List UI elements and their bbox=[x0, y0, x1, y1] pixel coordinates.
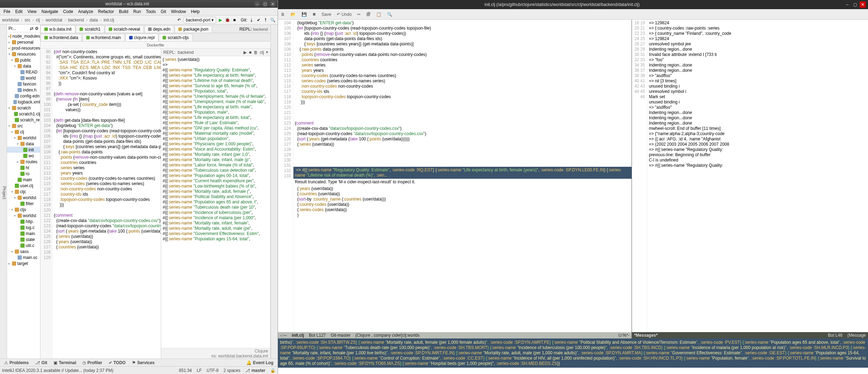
menu-git[interactable]: Git bbox=[159, 8, 168, 15]
tab-todo[interactable]: ✔ TODO bbox=[106, 360, 128, 366]
crumb-4[interactable]: backend bbox=[68, 18, 84, 23]
menu-view[interactable]: View bbox=[25, 8, 39, 15]
repl-clear-icon[interactable]: 🗑 bbox=[254, 50, 258, 55]
tree-node[interactable]: main.sc bbox=[7, 254, 40, 260]
em-code-after[interactable]: (:years (user/data)) (:countries (user/d… bbox=[293, 185, 632, 332]
tree-node[interactable]: ▾worldst bbox=[7, 195, 40, 201]
tree-node[interactable]: ▾scratch bbox=[7, 105, 40, 111]
editor-tab[interactable]: clojure.repl bbox=[125, 34, 159, 41]
tree-node[interactable]: world bbox=[7, 75, 40, 81]
tree-node[interactable]: ro bbox=[7, 171, 40, 177]
tree-node[interactable]: ▾src bbox=[7, 123, 40, 129]
menu-analyze[interactable]: Analyze bbox=[76, 8, 95, 15]
editor-tab[interactable]: scratch-reveal bbox=[105, 25, 144, 33]
repl-stop-icon[interactable]: ■ bbox=[249, 50, 251, 55]
event-log-button[interactable]: 🔔 Event Log bbox=[243, 360, 276, 366]
tab-profiler[interactable]: ◷ Profiler bbox=[80, 360, 105, 366]
editor-left[interactable]: 90 91 92 93 94 95 96 97 98 99 100 101 10… bbox=[40, 49, 161, 359]
editor-tab[interactable]: w.frontend.main bbox=[82, 34, 125, 41]
run-icon[interactable]: ▶ bbox=[217, 17, 223, 23]
em-maximize-icon[interactable]: ▢ bbox=[852, 1, 858, 8]
tree-node[interactable]: state bbox=[7, 236, 40, 242]
repl-value[interactable]: backend bbox=[178, 50, 194, 55]
menu-file[interactable]: File bbox=[1, 8, 12, 15]
tree-node[interactable]: http. bbox=[7, 218, 40, 224]
save-icon[interactable]: 💾 bbox=[302, 12, 307, 17]
maximize-icon[interactable]: ▢ bbox=[262, 1, 268, 7]
tree-node[interactable]: scratch1.clj bbox=[7, 111, 40, 117]
editor-tab[interactable]: scratch-cljs bbox=[159, 34, 192, 41]
tree-node[interactable]: init bbox=[7, 147, 40, 153]
project-tree[interactable]: ▸node_modules▸personal▸prod-resources▾re… bbox=[7, 32, 40, 359]
em-code-main[interactable]: (log/debug "ENTER get-data") (let [topoj… bbox=[293, 20, 632, 167]
tree-node[interactable]: ▾worldst bbox=[7, 213, 40, 218]
menu-window[interactable]: Window bbox=[169, 8, 188, 15]
tree-node[interactable]: ▸target bbox=[7, 260, 40, 266]
status-indent[interactable]: 2 spaces bbox=[223, 368, 240, 373]
tree-node[interactable]: ▾data bbox=[7, 63, 40, 69]
close-icon[interactable]: ✖ bbox=[312, 12, 316, 17]
menu-help[interactable]: Help bbox=[189, 8, 202, 15]
crumb-2[interactable]: clj bbox=[36, 18, 40, 23]
tab-services[interactable]: ⚑ Services bbox=[129, 360, 157, 366]
git-commit-icon[interactable]: ✔ bbox=[256, 17, 261, 23]
em-messages[interactable]: => 129824 => {:country-codes :raw-points… bbox=[647, 20, 868, 332]
cut-icon[interactable]: ✂ bbox=[357, 12, 361, 17]
em-modeline-left[interactable]: -:--- init.clj Bot L127 Git-master (Cloj… bbox=[278, 332, 632, 338]
search-everywhere-icon[interactable]: 🔍 bbox=[270, 17, 275, 23]
status-caret-pos[interactable]: 851:34 bbox=[179, 368, 192, 373]
tree-node[interactable]: config.edn bbox=[7, 93, 40, 99]
tree-node[interactable]: util.c bbox=[7, 242, 40, 248]
menu-build[interactable]: Build bbox=[117, 8, 131, 15]
editor-tab[interactable]: package.json bbox=[175, 25, 212, 33]
editor-tab[interactable]: scratch1 bbox=[76, 25, 104, 33]
git-pull-icon[interactable]: ⭳ bbox=[249, 17, 254, 23]
tree-node[interactable]: index.h bbox=[7, 87, 40, 93]
editor-tab[interactable]: deps.edn bbox=[144, 25, 174, 33]
editor-tab[interactable]: w.b.data.init bbox=[40, 25, 75, 33]
crumb-6[interactable]: init.clj bbox=[103, 18, 114, 23]
paste-icon[interactable]: 📋 bbox=[376, 12, 381, 17]
menu-run[interactable]: Run bbox=[131, 8, 143, 15]
tree-node[interactable]: ▸prod-resources bbox=[7, 45, 40, 51]
sidebar-title[interactable]: Pr... bbox=[8, 26, 16, 31]
back-icon[interactable]: ↶ bbox=[176, 17, 182, 23]
tree-node[interactable]: ▾cljs bbox=[7, 207, 40, 213]
editor-right[interactable]: REPL: backend ▶ ■ 🗑 clj▾ (:series (user/… bbox=[161, 49, 271, 359]
tab-problems[interactable]: ⚠ Problems bbox=[1, 360, 32, 366]
ij-titlebar[interactable]: worldstat – w.b.data.init – ▢ ✕ bbox=[0, 0, 278, 8]
copy-icon[interactable]: 🗐 bbox=[366, 12, 370, 17]
tree-node[interactable]: ▸routes bbox=[7, 159, 40, 165]
tree-node[interactable]: ▾sass bbox=[7, 248, 40, 254]
search-icon[interactable]: 🔍 bbox=[387, 12, 392, 17]
tree-node[interactable]: filter bbox=[7, 201, 40, 207]
repl-run-icon[interactable]: ▶ bbox=[243, 50, 247, 55]
collapse-icon[interactable]: ⇄ bbox=[30, 26, 33, 31]
project-tool-button[interactable]: Project bbox=[2, 186, 7, 199]
tree-node[interactable]: logback.xml bbox=[7, 99, 40, 105]
tree-node[interactable]: main. bbox=[7, 230, 40, 236]
crumb-0[interactable]: worldstat bbox=[2, 18, 19, 23]
tree-node[interactable]: ▾data bbox=[7, 141, 40, 147]
save-label[interactable]: Save bbox=[322, 12, 331, 17]
tree-node[interactable]: ▾clj bbox=[7, 129, 40, 135]
tree-node[interactable]: ▸node_modules bbox=[7, 33, 40, 39]
tree-node[interactable]: ht bbox=[7, 165, 40, 171]
tree-node[interactable]: ▾cljc bbox=[7, 189, 40, 195]
tree-node[interactable]: wo bbox=[7, 153, 40, 159]
tab-git[interactable]: ⎇ Git bbox=[32, 360, 50, 366]
editor-tab[interactable]: w.frontend.data bbox=[40, 34, 82, 41]
status-update-msg[interactable]: IntelliJ IDEA 2020.3.1 available // Upda… bbox=[2, 368, 113, 373]
tree-node[interactable]: user.clj bbox=[7, 183, 40, 189]
tree-node[interactable]: ▾resources bbox=[7, 51, 40, 57]
repl-ns-combo[interactable]: clj bbox=[260, 50, 264, 55]
stop-icon[interactable]: ■ bbox=[232, 17, 237, 23]
code-left[interactable]: (def non-country-codes #{"cm">; Continen… bbox=[52, 49, 161, 359]
em-modeline-right[interactable]: *Messages* Bot L46 (Message bbox=[632, 332, 868, 338]
menu-navigate[interactable]: Navigate bbox=[39, 8, 60, 15]
undo-label[interactable]: ↶ Undo bbox=[337, 12, 351, 17]
tree-node[interactable]: ▾public bbox=[7, 57, 40, 63]
tree-node[interactable]: ▸personal bbox=[7, 39, 40, 45]
em-minimize-icon[interactable]: – bbox=[844, 1, 850, 8]
tree-node[interactable]: scratch_re bbox=[7, 117, 40, 123]
